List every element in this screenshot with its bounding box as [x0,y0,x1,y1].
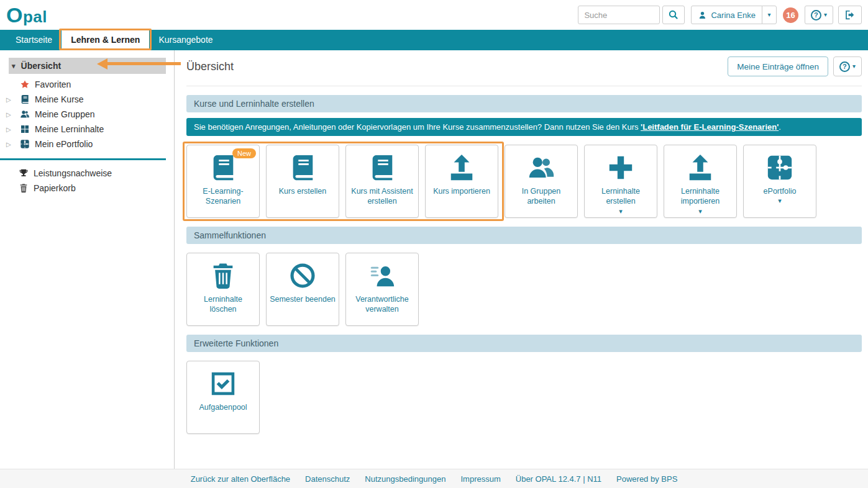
sidebar-item-meine-kurse[interactable]: ▷ Meine Kurse [0,92,174,107]
tile-label: In Gruppen arbeiten [505,186,577,207]
logout-button[interactable] [838,6,862,24]
footer-link-datenschutz[interactable]: Datenschutz [305,474,350,484]
main-panel: Übersicht Meine Einträge öffnen ? ▾ Kurs… [175,50,868,469]
upload-icon [686,153,715,182]
sidebar-item-mein-eportfolio[interactable]: ▷ Mein ePortfolio [0,137,174,151]
tab-kursangebote[interactable]: Kursangebote [149,30,222,50]
footer: Zurück zur alten Oberfläche Datenschutz … [0,469,868,488]
tile-row-sammelfunktionen: Lerninhalte löschen Semester beenden Ver… [186,253,862,326]
plus-icon [606,153,635,182]
banner-link-leitfaden[interactable]: 'Leitfaden für E-Learning-Szenarien' [641,122,779,132]
puzzle-icon [765,153,794,182]
check-square-icon [209,369,237,398]
tile-kurs-erstellen[interactable]: Kurs erstellen [266,145,339,218]
user-name: Carina Enke [711,11,756,20]
section-header-kurse-erstellen: Kurse und Lerninhalte erstellen [186,95,862,112]
expander-collapsed-icon[interactable]: ▷ [5,96,20,103]
sidebar-item-label: Leistungsnachweise [34,168,112,178]
user-icon [698,11,707,20]
book-icon [209,153,237,182]
sidebar: ▾ Übersicht Favoriten ▷ Meine Kurse ▷ Me… [0,50,175,469]
sidebar-item-label: Meine Lerninhalte [35,124,104,134]
sidebar-item-meine-lerninhalte[interactable]: ▷ Meine Lerninhalte [0,122,174,137]
tab-label: Lehren & Lernen [71,35,140,45]
tile-e-learning-szenarien[interactable]: New E-Learning-Szenarien [186,145,260,218]
user-menu-button[interactable]: Carina Enke [691,6,762,24]
topbar-controls: Carina Enke ▾ 16 ? ▾ [578,6,862,24]
users-icon [20,109,30,119]
tile-label: Aufgabenpool [196,402,250,412]
tile-label: Verantwortliche verwalten [346,294,418,315]
chevron-down-icon: ▾ [852,63,856,70]
person-lines-icon [368,261,396,290]
search-icon [668,9,679,20]
sidebar-item-label: Mein ePortfolio [35,139,93,149]
content-area: ▾ Übersicht Favoriten ▷ Meine Kurse ▷ Me… [0,50,868,469]
trash-icon [19,183,29,193]
sidebar-item-uebersicht[interactable]: ▾ Übersicht [9,58,166,74]
trash-icon [209,261,237,290]
new-badge: New [232,148,256,158]
banner-text: Sie benötigen Anregungen, Anleitungen od… [194,122,641,132]
logout-icon [844,9,856,20]
help-button[interactable]: ? ▾ [805,6,833,24]
expander-collapsed-icon[interactable]: ▷ [5,111,20,118]
footer-link-powered-by-bps[interactable]: Powered by BPS [616,474,677,484]
trophy-icon [19,168,29,178]
tile-row-erstellen: New E-Learning-Szenarien Kurs erstellen … [186,145,862,218]
tile-label: Lerninhalte erstellen [585,186,657,207]
search-input[interactable] [578,6,660,24]
upload-icon [447,153,476,182]
ban-icon [288,261,317,290]
page-help-button[interactable]: ? ▾ [833,56,862,76]
tile-kurs-mit-assistent-erstellen[interactable]: Kurs mit Assistent erstellen [345,145,419,218]
expander-expanded-icon[interactable]: ▾ [12,62,16,70]
tile-label: ePortfolio [761,186,800,196]
footer-link-ueber-opal[interactable]: Über OPAL 12.4.7 | N11 [516,474,601,484]
main-header: Übersicht Meine Einträge öffnen ? ▾ [186,56,862,86]
tile-semester-beenden[interactable]: Semester beenden [266,253,339,326]
page-title: Übersicht [186,60,234,73]
expander-collapsed-icon[interactable]: ▷ [5,141,20,148]
opal-logo[interactable]: Opal [6,3,47,27]
tab-startseite[interactable]: Startseite [6,30,62,50]
notification-badge[interactable]: 16 [783,7,798,23]
tile-aufgabenpool[interactable]: Aufgabenpool [186,361,260,434]
section-header-erweiterte-funktionen: Erweiterte Funktionen [186,335,862,352]
tile-label: Kurs mit Assistent erstellen [346,186,418,207]
tile-lerninhalte-loeschen[interactable]: Lerninhalte löschen [186,253,260,326]
search-button[interactable] [662,6,685,24]
tile-in-gruppen-arbeiten[interactable]: In Gruppen arbeiten [505,145,578,218]
tile-lerninhalte-importieren[interactable]: Lerninhalte importieren ▾ [664,145,737,218]
sidebar-item-leistungsnachweise[interactable]: Leistungsnachweise [0,166,174,181]
tile-label: E-Learning-Szenarien [187,186,259,207]
header-actions: Meine Einträge öffnen ? ▾ [728,56,862,76]
chevron-down-icon: ▾ [824,12,827,18]
expander-collapsed-icon[interactable]: ▷ [5,126,20,133]
tile-label: Kurs importieren [430,186,493,196]
banner-suffix: . [779,122,781,132]
footer-link-impressum[interactable]: Impressum [460,474,500,484]
book-icon [288,153,317,182]
users-icon [527,153,555,182]
section-header-sammelfunktionen: Sammelfunktionen [186,227,862,244]
tile-kurs-importieren[interactable]: Kurs importieren [425,145,498,218]
tile-eportfolio[interactable]: ePortfolio ▾ [743,145,816,218]
tab-lehren-und-lernen[interactable]: Lehren & Lernen [62,30,149,50]
chevron-down-icon: ▾ [778,197,782,205]
footer-link-nutzungsbedingungen[interactable]: Nutzungsbedingungen [365,474,445,484]
user-dropdown-button[interactable]: ▾ [762,6,777,24]
sidebar-item-meine-gruppen[interactable]: ▷ Meine Gruppen [0,107,174,122]
puzzle-icon [20,139,30,149]
sidebar-item-papierkorb[interactable]: Papierkorb [0,181,174,196]
sidebar-item-favoriten[interactable]: Favoriten [0,77,174,92]
book-icon [368,153,396,182]
tile-lerninhalte-erstellen[interactable]: Lerninhalte erstellen ▾ [584,145,657,218]
tile-verantwortliche-verwalten[interactable]: Verantwortliche verwalten [345,253,419,326]
star-icon [20,79,30,89]
chevron-down-icon: ▾ [698,207,702,215]
footer-link-alte-oberflaeche[interactable]: Zurück zur alten Oberfläche [191,474,290,484]
book-icon [20,94,30,104]
open-entries-button[interactable]: Meine Einträge öffnen [728,56,828,76]
sidebar-item-label: Meine Gruppen [35,109,95,119]
